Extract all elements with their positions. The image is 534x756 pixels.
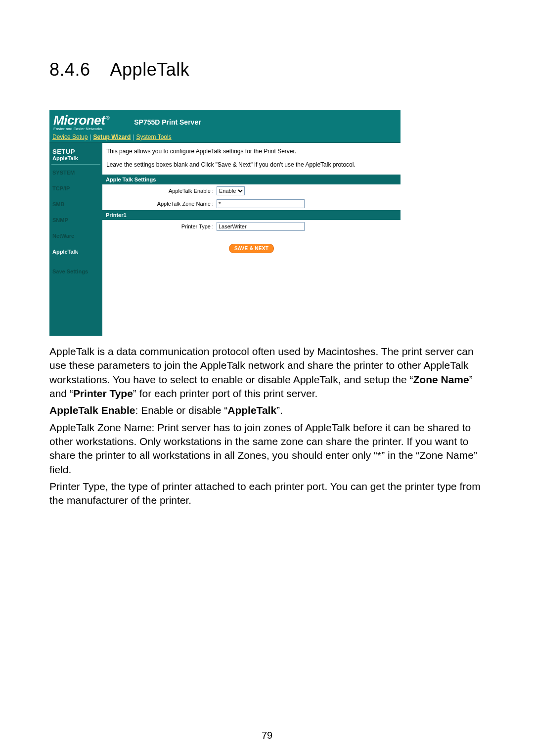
paragraph-3: AppleTalk Zone Name: Print server has to… [49, 421, 485, 477]
input-printer-type[interactable] [217, 222, 305, 231]
label-printer-type: Printer Type : [105, 223, 217, 229]
paragraph-2: AppleTalk Enable: Enable or disable “App… [49, 403, 485, 417]
brand-name: Micronet [53, 113, 105, 128]
sidebar-item-netware[interactable]: NetWare [51, 228, 100, 244]
section-title: AppleTalk [110, 59, 190, 80]
nav-sep: | [89, 133, 91, 140]
label-zone-name: AppleTalk Zone Name : [105, 201, 217, 207]
sidebar-item-tcpip[interactable]: TCP/IP [51, 180, 100, 196]
ui-body: SETUP AppleTalk SYSTEM TCP/IP SMB SNMP N… [49, 143, 400, 336]
content-area: This page allows you to configure AppleT… [102, 143, 400, 336]
ui-screenshot: Micronet® Faster and Easier Networks SP7… [49, 110, 400, 336]
top-nav: Device Setup|Setup Wizard|System Tools [49, 133, 400, 143]
label-appletalk-enable: AppleTalk Enable : [105, 188, 217, 194]
sidebar-subtitle: AppleTalk [51, 155, 100, 165]
ui-header: Micronet® Faster and Easier Networks SP7… [49, 110, 400, 133]
section-number: 8.4.6 [49, 59, 90, 80]
content-intro: This page allows you to configure AppleT… [102, 143, 400, 175]
nav-sep: | [133, 133, 134, 140]
sidebar-item-smb[interactable]: SMB [51, 196, 100, 212]
page-number: 79 [0, 730, 534, 741]
row-printer-type: Printer Type : [102, 220, 400, 233]
sidebar-item-save-settings[interactable]: Save Settings [51, 264, 100, 279]
row-appletalk-enable: AppleTalk Enable : Enable [102, 184, 400, 197]
brand-registered: ® [106, 115, 109, 121]
section-heading: 8.4.6AppleTalk [49, 59, 485, 80]
brand-tagline: Faster and Easier Networks [53, 127, 109, 131]
sidebar-setup-head: SETUP [51, 146, 100, 155]
nav-system-tools[interactable]: System Tools [136, 133, 172, 140]
sidebar-item-system[interactable]: SYSTEM [51, 165, 100, 180]
row-zone-name: AppleTalk Zone Name : [102, 197, 400, 210]
save-next-row: SAVE & NEXT [102, 233, 400, 273]
section-appletalk-settings: Apple Talk Settings [102, 175, 400, 184]
input-zone-name[interactable] [217, 199, 305, 208]
select-appletalk-enable[interactable]: Enable [217, 186, 245, 195]
save-next-button[interactable]: SAVE & NEXT [229, 244, 274, 253]
paragraph-1: AppleTalk is a data communication protoc… [49, 345, 485, 400]
content-intro-line2: Leave the settings boxes blank and Click… [106, 160, 397, 170]
sidebar: SETUP AppleTalk SYSTEM TCP/IP SMB SNMP N… [49, 143, 102, 336]
body-text: AppleTalk is a data communication protoc… [49, 345, 485, 508]
paragraph-4: Printer Type, the type of printer attach… [49, 480, 485, 508]
nav-setup-wizard[interactable]: Setup Wizard [93, 133, 131, 140]
product-name: SP755D Print Server [134, 118, 201, 126]
section-printer1: Printer1 [102, 210, 400, 220]
sidebar-item-appletalk[interactable]: AppleTalk [51, 244, 100, 260]
sidebar-item-snmp[interactable]: SNMP [51, 212, 100, 228]
content-intro-line1: This page allows you to configure AppleT… [106, 147, 397, 156]
brand-logo: Micronet® Faster and Easier Networks [53, 114, 109, 131]
nav-device-setup[interactable]: Device Setup [52, 133, 88, 140]
